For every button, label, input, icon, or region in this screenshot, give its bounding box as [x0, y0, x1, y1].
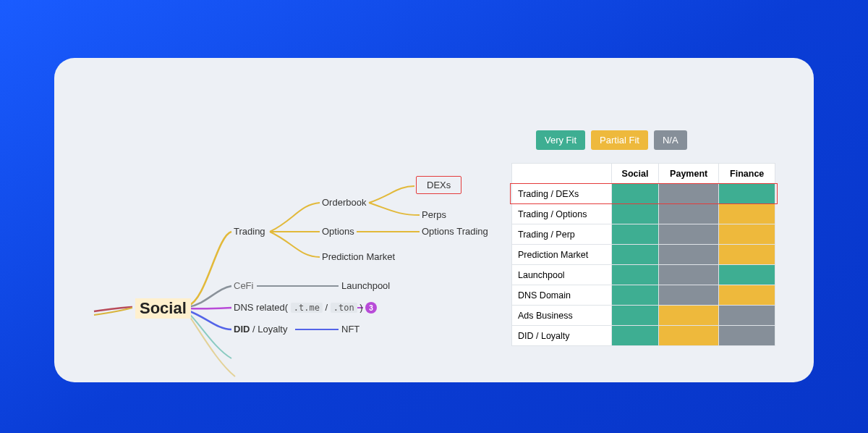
- fit-cell: [719, 285, 775, 306]
- table-row: Trading / Options: [512, 204, 775, 224]
- fit-cell: [658, 265, 718, 285]
- dns-prefix: DNS related(: [234, 302, 288, 313]
- row-label: Ads Business: [512, 306, 612, 326]
- fit-table: Social Payment Finance Trading / DEXsTra…: [511, 163, 775, 346]
- node-options-trading: Options Trading: [422, 226, 488, 237]
- row-label: Prediction Market: [512, 245, 612, 265]
- fit-cell: [719, 204, 775, 224]
- fit-cell: [658, 245, 718, 265]
- fit-cell: [658, 184, 718, 204]
- root-node-social: Social: [135, 298, 191, 319]
- table-row: DID / Loyalty: [512, 326, 775, 346]
- fit-cell: [611, 245, 658, 265]
- fit-cell: [611, 204, 658, 224]
- fit-table-area: Very Fit Partial Fit N/A Social Payment …: [511, 130, 775, 346]
- fit-cell: [658, 326, 718, 346]
- dns-tag-tme: .t.me: [291, 303, 323, 313]
- fit-cell: [658, 285, 718, 306]
- row-label: DID / Loyalty: [512, 326, 612, 346]
- fit-cell: [611, 306, 658, 326]
- legend-partial-fit: Partial Fit: [591, 130, 648, 150]
- node-dexs-highlighted: DEXs: [416, 176, 461, 194]
- mindmap-connectors: [54, 58, 561, 382]
- th-social: Social: [611, 164, 658, 184]
- fit-cell: [611, 265, 658, 285]
- fit-cell: [658, 224, 718, 245]
- node-nft: NFT: [341, 324, 359, 335]
- fit-cell: [719, 306, 775, 326]
- table-row: Launchpool: [512, 265, 775, 285]
- row-label: Trading / Perp: [512, 224, 612, 245]
- did-rest: / Loyalty: [250, 324, 287, 335]
- table-row: DNS Domain: [512, 285, 775, 306]
- node-prediction-market: Prediction Market: [322, 251, 395, 262]
- table-row: Trading / DEXs: [512, 184, 775, 204]
- did-bold: DID: [234, 324, 250, 335]
- dns-suffix: ): [359, 302, 362, 313]
- th-finance: Finance: [719, 164, 775, 184]
- node-perps: Perps: [422, 209, 446, 220]
- content-card: Social Trading CeFi DNS related( .t.me /…: [54, 58, 814, 382]
- fit-cell: [658, 204, 718, 224]
- table-row: Ads Business: [512, 306, 775, 326]
- fit-cell: [611, 285, 658, 306]
- node-trading: Trading: [234, 226, 265, 237]
- mindmap: Social Trading CeFi DNS related( .t.me /…: [54, 58, 561, 382]
- dns-tag-ton: .ton: [331, 303, 357, 313]
- node-dns: DNS related( .t.me / .ton ): [234, 302, 363, 313]
- fit-cell: [719, 265, 775, 285]
- dns-count-badge: 3: [365, 302, 377, 314]
- legend-very-fit: Very Fit: [536, 130, 585, 150]
- fit-cell: [719, 224, 775, 245]
- table-row: Trading / Perp: [512, 224, 775, 245]
- fit-cell: [611, 184, 658, 204]
- node-did: DID / Loyalty: [234, 324, 287, 335]
- fit-cell: [719, 245, 775, 265]
- node-options: Options: [322, 226, 354, 237]
- dns-sep: /: [326, 302, 331, 313]
- node-orderbook: Orderbook: [322, 197, 366, 208]
- node-cefi: CeFi: [234, 280, 253, 291]
- table-row: Prediction Market: [512, 245, 775, 265]
- th-empty: [512, 164, 612, 184]
- node-launchpool: Launchpool: [341, 280, 390, 291]
- row-label: Trading / Options: [512, 204, 612, 224]
- fit-cell: [611, 224, 658, 245]
- fit-cell: [611, 326, 658, 346]
- row-label: Launchpool: [512, 265, 612, 285]
- table-body: Trading / DEXsTrading / OptionsTrading /…: [512, 184, 775, 346]
- th-payment: Payment: [658, 164, 718, 184]
- legend-na: N/A: [654, 130, 687, 150]
- fit-cell: [719, 184, 775, 204]
- row-label: Trading / DEXs: [512, 184, 612, 204]
- table-header-row: Social Payment Finance: [512, 164, 775, 184]
- row-label: DNS Domain: [512, 285, 612, 306]
- fit-cell: [658, 306, 718, 326]
- fit-cell: [719, 326, 775, 346]
- legend: Very Fit Partial Fit N/A: [536, 130, 775, 150]
